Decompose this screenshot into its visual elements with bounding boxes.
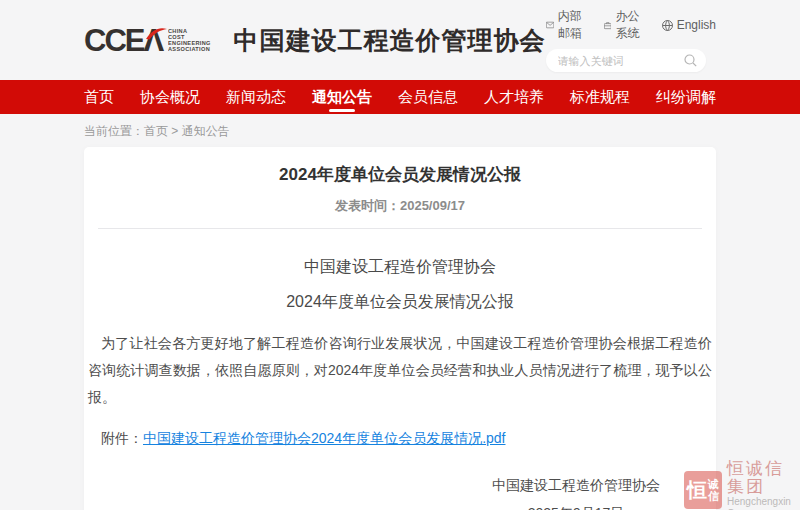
nav-item-notices[interactable]: 通知公告: [312, 80, 372, 114]
briefcase-icon: [604, 20, 612, 31]
document-paragraph: 为了让社会各方更好地了解工程造价咨询行业发展状况，中国建设工程造价管理协会根据工…: [88, 330, 712, 411]
publish-date-value: 2025/09/17: [400, 198, 465, 213]
logo-swoosh-icon: [145, 26, 168, 40]
attachment-line: 附件：中国建设工程造价管理协会2024年度单位会员发展情况.pdf: [88, 430, 712, 448]
english-label: English: [677, 18, 716, 32]
header-right: 内部邮箱 办公系统 English: [546, 8, 716, 72]
signature-date: 2025年9月17日: [492, 503, 660, 510]
nav-item-mediation[interactable]: 纠纷调解: [656, 80, 716, 114]
search-box: [546, 49, 706, 72]
signature-block: 中国建设工程造价管理协会 2025年9月17日: [492, 475, 660, 510]
seal-main-char: 恒: [687, 480, 707, 500]
seal-bottom-char: 信: [708, 490, 719, 502]
utility-links: 内部邮箱 办公系统 English: [546, 8, 716, 42]
ccea-logo-acronym: CCEΛ: [84, 25, 162, 56]
nav-item-home[interactable]: 首页: [84, 80, 114, 114]
article-title: 2024年度单位会员发展情况公报: [84, 164, 716, 186]
breadcrumb-current[interactable]: 通知公告: [182, 124, 230, 138]
mail-icon: [546, 20, 554, 30]
document-title-heading: 2024年度单位会员发展情况公报: [84, 292, 716, 313]
attachment-pdf-link[interactable]: 中国建设工程造价管理协会2024年度单位会员发展情况.pdf: [143, 430, 506, 446]
title-divider: [98, 228, 702, 229]
english-link[interactable]: English: [662, 8, 716, 42]
breadcrumb: 当前位置：首页 > 通知公告: [84, 123, 716, 140]
signature-org: 中国建设工程造价管理协会: [492, 475, 660, 495]
attachment-label: 附件：: [101, 430, 143, 446]
internal-mail-label: 内部邮箱: [558, 8, 588, 42]
site-header: CCEΛ CHINA COST ENGINEERING ASSOCIATION …: [0, 0, 800, 80]
breadcrumb-home-link[interactable]: 首页: [144, 124, 168, 138]
office-system-link[interactable]: 办公系统: [604, 8, 646, 42]
seal-top-char: 诚: [708, 478, 719, 490]
watermark-name-en: Hengchengxin Group: [727, 496, 800, 510]
document-org-heading: 中国建设工程造价管理协会: [84, 257, 716, 278]
globe-icon: [662, 20, 673, 31]
logo-sub-line: ASSOCIATION: [168, 46, 211, 52]
office-system-label: 办公系统: [615, 8, 645, 42]
main-nav: 首页 协会概况 新闻动态 通知公告 会员信息 人才培养 标准规程 纠纷调解: [0, 80, 800, 114]
watermark-text: 恒诚信集团 Hengchengxin Group: [727, 460, 800, 510]
search-icon[interactable]: [684, 54, 697, 67]
publish-date-label: 发表时间：: [335, 198, 400, 213]
nav-item-news[interactable]: 新闻动态: [226, 80, 286, 114]
hengchengxin-watermark: 恒 诚 信 恒诚信集团 Hengchengxin Group: [684, 460, 800, 510]
nav-item-about[interactable]: 协会概况: [140, 80, 200, 114]
nav-item-standards[interactable]: 标准规程: [570, 80, 630, 114]
publish-date-line: 发表时间：2025/09/17: [84, 197, 716, 215]
main-nav-inner: 首页 协会概况 新闻动态 通知公告 会员信息 人才培养 标准规程 纠纷调解: [84, 80, 716, 114]
seal-side-chars: 诚 信: [708, 478, 719, 502]
hengchengxin-seal-icon: 恒 诚 信: [684, 471, 722, 509]
breadcrumb-prefix: 当前位置：: [84, 124, 144, 138]
nav-item-training[interactable]: 人才培养: [484, 80, 544, 114]
ccea-logo-subtext: CHINA COST ENGINEERING ASSOCIATION: [168, 28, 211, 52]
site-title: 中国建设工程造价管理协会: [234, 24, 546, 57]
nav-item-members[interactable]: 会员信息: [398, 80, 458, 114]
site-logo[interactable]: CCEΛ CHINA COST ENGINEERING ASSOCIATION …: [84, 24, 546, 57]
watermark-name-cn: 恒诚信集团: [727, 460, 800, 496]
article-card: 2024年度单位会员发展情况公报 发表时间：2025/09/17 中国建设工程造…: [84, 147, 716, 510]
search-input[interactable]: [546, 49, 706, 72]
header-inner: CCEΛ CHINA COST ENGINEERING ASSOCIATION …: [84, 0, 716, 80]
breadcrumb-separator: >: [171, 124, 178, 138]
internal-mail-link[interactable]: 内部邮箱: [546, 8, 588, 42]
